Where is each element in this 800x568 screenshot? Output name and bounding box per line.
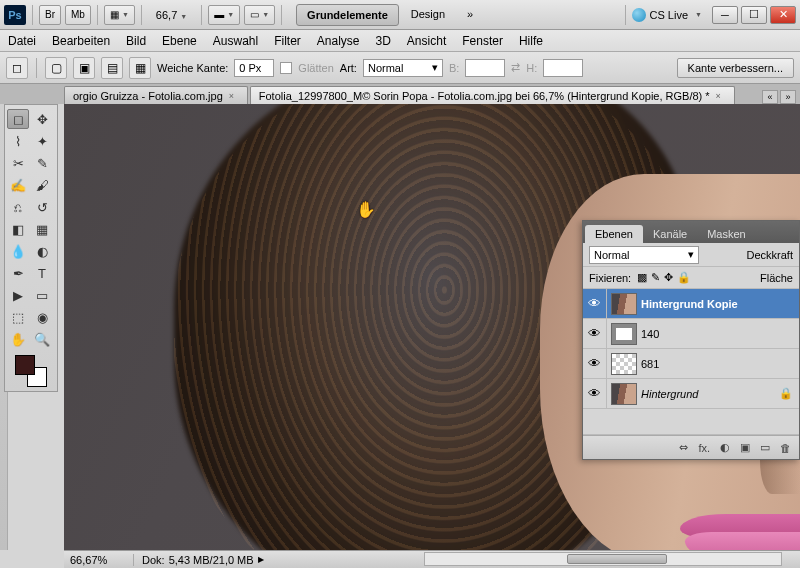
- mask-icon[interactable]: ◐: [720, 441, 730, 454]
- crop-tool[interactable]: ✂: [7, 153, 29, 173]
- tab-nav-prev[interactable]: «: [762, 90, 778, 104]
- 3d-tool[interactable]: ⬚: [7, 307, 29, 327]
- menu-layer[interactable]: Ebene: [162, 34, 197, 48]
- color-swatches[interactable]: [15, 355, 47, 387]
- shape-tool[interactable]: ▭: [31, 285, 53, 305]
- window-maximize[interactable]: ☐: [741, 6, 767, 24]
- menu-file[interactable]: Datei: [8, 34, 36, 48]
- menu-view[interactable]: Ansicht: [407, 34, 446, 48]
- minibridge-button[interactable]: Mb: [65, 5, 91, 25]
- visibility-toggle[interactable]: 👁: [583, 379, 607, 408]
- document-tabs: orgio Gruizza - Fotolia.com.jpg × Fotoli…: [0, 84, 800, 104]
- dodge-tool[interactable]: ◐: [31, 241, 53, 261]
- status-zoom[interactable]: 66,67%: [64, 554, 134, 566]
- marquee-tool[interactable]: ◻: [7, 109, 29, 129]
- fill-label: Fläche: [760, 272, 793, 284]
- document-tab-2[interactable]: Fotolia_12997800_M© Sorin Popa - Fotolia…: [250, 86, 735, 104]
- feather-input[interactable]: [234, 59, 274, 77]
- antialias-checkbox: [280, 62, 292, 74]
- workspace-tab-essentials[interactable]: Grundelemente: [296, 4, 399, 26]
- workspace-tab-design[interactable]: Design: [401, 4, 455, 26]
- status-doc-info[interactable]: Dok: 5,43 MB/21,0 MB ▶: [134, 554, 272, 566]
- workspace-more[interactable]: »: [457, 4, 483, 26]
- menu-edit[interactable]: Bearbeiten: [52, 34, 110, 48]
- menu-select[interactable]: Auswahl: [213, 34, 258, 48]
- lock-pixels-icon[interactable]: ✎: [651, 271, 660, 284]
- layer-row[interactable]: 👁 140: [583, 319, 799, 349]
- tab-channels[interactable]: Kanäle: [643, 225, 697, 243]
- layer-thumbnail[interactable]: [611, 293, 637, 315]
- menu-help[interactable]: Hilfe: [519, 34, 543, 48]
- window-minimize[interactable]: ─: [712, 6, 738, 24]
- lock-position-icon[interactable]: ✥: [664, 271, 673, 284]
- foreground-color-swatch[interactable]: [15, 355, 35, 375]
- style-select[interactable]: Normal▾: [363, 59, 443, 77]
- tab-layers[interactable]: Ebenen: [585, 225, 643, 243]
- eraser-tool[interactable]: ◧: [7, 219, 29, 239]
- horizontal-scrollbar[interactable]: [424, 552, 782, 566]
- gradient-tool[interactable]: ▦: [31, 219, 53, 239]
- 3d-camera-tool[interactable]: ◉: [31, 307, 53, 327]
- zoom-display[interactable]: 66,7▼: [148, 8, 195, 22]
- view-grid-button[interactable]: ▦▼: [104, 5, 135, 25]
- lock-transparency-icon[interactable]: ▩: [637, 271, 647, 284]
- view-extras-button[interactable]: ▬▼: [208, 5, 240, 25]
- window-close[interactable]: ✕: [770, 6, 796, 24]
- sel-intersect-icon[interactable]: ▦: [129, 57, 151, 79]
- path-select-tool[interactable]: ▶: [7, 285, 29, 305]
- type-tool[interactable]: T: [31, 263, 53, 283]
- zoom-tool[interactable]: 🔍: [31, 329, 53, 349]
- tab-nav-next[interactable]: »: [780, 90, 796, 104]
- adjustment-icon[interactable]: ▣: [740, 441, 750, 454]
- visibility-toggle[interactable]: 👁: [583, 319, 607, 348]
- visibility-toggle[interactable]: 👁: [583, 289, 607, 318]
- layer-thumbnail[interactable]: [611, 323, 637, 345]
- cs-live-button[interactable]: CS Live▼: [632, 8, 702, 22]
- canvas[interactable]: ✋ Ebenen Kanäle Masken Normal▾ Deckkraft…: [64, 104, 800, 550]
- quick-select-tool[interactable]: ✦: [31, 131, 53, 151]
- scroll-thumb[interactable]: [567, 554, 667, 564]
- blur-tool[interactable]: 💧: [7, 241, 29, 261]
- stamp-tool[interactable]: ⎌: [7, 197, 29, 217]
- lock-all-icon[interactable]: 🔒: [677, 271, 691, 284]
- menu-3d[interactable]: 3D: [376, 34, 391, 48]
- layer-thumbnail[interactable]: [611, 353, 637, 375]
- sel-sub-icon[interactable]: ▤: [101, 57, 123, 79]
- pen-tool[interactable]: ✒: [7, 263, 29, 283]
- document-tab-1[interactable]: orgio Gruizza - Fotolia.com.jpg ×: [64, 86, 248, 104]
- menu-image[interactable]: Bild: [126, 34, 146, 48]
- healing-tool[interactable]: ✍: [7, 175, 29, 195]
- sel-add-icon[interactable]: ▣: [73, 57, 95, 79]
- workspace-switcher: Grundelemente Design »: [296, 4, 483, 26]
- eyedropper-tool[interactable]: ✎: [31, 153, 53, 173]
- new-layer-icon[interactable]: ▭: [760, 441, 770, 454]
- sel-new-icon[interactable]: ▢: [45, 57, 67, 79]
- menu-window[interactable]: Fenster: [462, 34, 503, 48]
- menu-filter[interactable]: Filter: [274, 34, 301, 48]
- trash-icon[interactable]: 🗑: [780, 442, 791, 454]
- top-toolbar: Ps Br Mb ▦▼ 66,7▼ ▬▼ ▭▼ Grundelemente De…: [0, 0, 800, 30]
- close-icon[interactable]: ×: [229, 91, 239, 101]
- lasso-tool[interactable]: ⌇: [7, 131, 29, 151]
- tool-preset-icon[interactable]: ◻: [6, 57, 28, 79]
- swap-wh-icon: ⇄: [511, 61, 520, 74]
- bridge-button[interactable]: Br: [39, 5, 61, 25]
- hand-tool[interactable]: ✋: [7, 329, 29, 349]
- fx-icon[interactable]: fx.: [698, 442, 710, 454]
- menu-analysis[interactable]: Analyse: [317, 34, 360, 48]
- refine-edge-button[interactable]: Kante verbessern...: [677, 58, 794, 78]
- move-tool[interactable]: ✥: [31, 109, 53, 129]
- close-icon[interactable]: ×: [716, 91, 726, 101]
- width-input: [465, 59, 505, 77]
- visibility-toggle[interactable]: 👁: [583, 349, 607, 378]
- layer-row[interactable]: 👁 Hintergrund Kopie: [583, 289, 799, 319]
- layer-row[interactable]: 👁 681: [583, 349, 799, 379]
- blend-mode-select[interactable]: Normal▾: [589, 246, 699, 264]
- brush-tool[interactable]: 🖌: [31, 175, 53, 195]
- layer-thumbnail[interactable]: [611, 383, 637, 405]
- screen-mode-button[interactable]: ▭▼: [244, 5, 275, 25]
- tab-masks[interactable]: Masken: [697, 225, 756, 243]
- layer-row[interactable]: 👁 Hintergrund 🔒: [583, 379, 799, 409]
- link-layers-icon[interactable]: ⇔: [679, 441, 688, 454]
- history-brush-tool[interactable]: ↺: [31, 197, 53, 217]
